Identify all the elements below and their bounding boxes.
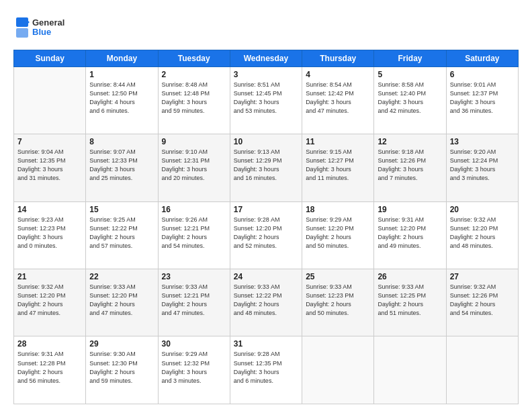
calendar-cell: 8Sunrise: 9:07 AMSunset: 12:33 PMDayligh…	[86, 134, 158, 201]
day-info: Sunrise: 9:28 AMSunset: 12:35 PMDaylight…	[234, 350, 298, 385]
calendar-table: SundayMondayTuesdayWednesdayThursdayFrid…	[13, 50, 519, 404]
day-info: Sunrise: 9:29 AMSunset: 12:32 PMDaylight…	[162, 350, 226, 385]
weekday-header-saturday: Saturday	[446, 50, 518, 66]
calendar-cell	[374, 336, 446, 404]
day-info: Sunrise: 9:10 AMSunset: 12:31 PMDaylight…	[162, 148, 226, 183]
calendar-cell	[302, 336, 374, 404]
day-number: 18	[306, 205, 370, 214]
day-number: 29	[89, 339, 154, 349]
calendar-cell: 5Sunrise: 8:58 AMSunset: 12:40 PMDayligh…	[374, 66, 446, 134]
header: General Blue	[13, 12, 519, 43]
day-info: Sunrise: 9:33 AMSunset: 12:22 PMDaylight…	[234, 283, 298, 318]
weekday-header-sunday: Sunday	[14, 50, 86, 66]
day-number: 25	[306, 272, 370, 281]
day-info: Sunrise: 8:48 AMSunset: 12:48 PMDaylight…	[162, 81, 226, 116]
day-number: 28	[17, 339, 82, 349]
calendar-cell: 23Sunrise: 9:33 AMSunset: 12:21 PMDaylig…	[158, 269, 230, 336]
calendar-cell	[446, 336, 518, 404]
weekday-header-wednesday: Wednesday	[230, 50, 302, 66]
calendar-cell: 7Sunrise: 9:04 AMSunset: 12:35 PMDayligh…	[14, 134, 86, 201]
day-info: Sunrise: 9:33 AMSunset: 12:21 PMDaylight…	[162, 283, 226, 318]
weekday-header-row: SundayMondayTuesdayWednesdayThursdayFrid…	[14, 50, 519, 66]
day-number: 14	[17, 205, 82, 214]
day-number: 24	[234, 272, 298, 281]
calendar-week-row: 7Sunrise: 9:04 AMSunset: 12:35 PMDayligh…	[14, 134, 519, 201]
svg-text:General: General	[32, 17, 64, 28]
day-info: Sunrise: 9:31 AMSunset: 12:20 PMDaylight…	[378, 216, 442, 250]
day-number: 26	[378, 272, 442, 281]
day-info: Sunrise: 9:32 AMSunset: 12:20 PMDaylight…	[450, 216, 515, 250]
day-number: 1	[89, 70, 154, 79]
calendar-cell: 30Sunrise: 9:29 AMSunset: 12:32 PMDaylig…	[158, 336, 230, 404]
day-number: 10	[234, 137, 298, 146]
day-number: 23	[162, 272, 226, 281]
calendar-cell: 3Sunrise: 8:51 AMSunset: 12:45 PMDayligh…	[230, 66, 302, 134]
logo-svg: General Blue	[13, 15, 74, 40]
day-number: 3	[234, 70, 298, 79]
calendar-cell: 16Sunrise: 9:26 AMSunset: 12:21 PMDaylig…	[158, 201, 230, 269]
calendar-cell: 24Sunrise: 9:33 AMSunset: 12:22 PMDaylig…	[230, 269, 302, 336]
day-number: 12	[378, 137, 442, 146]
day-info: Sunrise: 9:29 AMSunset: 12:20 PMDaylight…	[306, 216, 370, 250]
day-info: Sunrise: 9:18 AMSunset: 12:26 PMDaylight…	[378, 148, 442, 183]
calendar-cell: 29Sunrise: 9:30 AMSunset: 12:30 PMDaylig…	[86, 336, 158, 404]
day-info: Sunrise: 9:13 AMSunset: 12:29 PMDaylight…	[234, 148, 298, 183]
calendar-cell: 28Sunrise: 9:31 AMSunset: 12:28 PMDaylig…	[14, 336, 86, 404]
calendar-week-row: 1Sunrise: 8:44 AMSunset: 12:50 PMDayligh…	[14, 66, 519, 134]
weekday-header-friday: Friday	[374, 50, 446, 66]
calendar-cell: 13Sunrise: 9:20 AMSunset: 12:24 PMDaylig…	[446, 134, 518, 201]
calendar-cell: 2Sunrise: 8:48 AMSunset: 12:48 PMDayligh…	[158, 66, 230, 134]
day-info: Sunrise: 9:25 AMSunset: 12:22 PMDaylight…	[89, 216, 154, 250]
calendar-cell: 15Sunrise: 9:25 AMSunset: 12:22 PMDaylig…	[86, 201, 158, 269]
calendar-cell: 11Sunrise: 9:15 AMSunset: 12:27 PMDaylig…	[302, 134, 374, 201]
calendar-cell: 26Sunrise: 9:33 AMSunset: 12:25 PMDaylig…	[374, 269, 446, 336]
day-number: 15	[89, 205, 154, 214]
day-number: 4	[306, 70, 370, 79]
svg-rect-3	[16, 28, 28, 38]
calendar-cell: 22Sunrise: 9:33 AMSunset: 12:20 PMDaylig…	[86, 269, 158, 336]
calendar-cell: 10Sunrise: 9:13 AMSunset: 12:29 PMDaylig…	[230, 134, 302, 201]
day-number: 7	[17, 137, 82, 146]
calendar-cell: 25Sunrise: 9:33 AMSunset: 12:23 PMDaylig…	[302, 269, 374, 336]
day-number: 17	[234, 205, 298, 214]
day-number: 30	[162, 339, 226, 349]
logo: General Blue	[13, 15, 74, 43]
calendar-cell: 1Sunrise: 8:44 AMSunset: 12:50 PMDayligh…	[86, 66, 158, 134]
day-info: Sunrise: 9:33 AMSunset: 12:20 PMDaylight…	[89, 283, 154, 318]
day-info: Sunrise: 8:54 AMSunset: 12:42 PMDaylight…	[306, 81, 370, 116]
day-number: 8	[89, 137, 154, 146]
day-info: Sunrise: 9:07 AMSunset: 12:33 PMDaylight…	[89, 148, 154, 183]
day-number: 13	[450, 137, 515, 146]
day-number: 22	[89, 272, 154, 281]
day-info: Sunrise: 8:44 AMSunset: 12:50 PMDaylight…	[89, 81, 154, 116]
calendar-week-row: 28Sunrise: 9:31 AMSunset: 12:28 PMDaylig…	[14, 336, 519, 404]
day-info: Sunrise: 9:15 AMSunset: 12:27 PMDaylight…	[306, 148, 370, 183]
day-info: Sunrise: 9:01 AMSunset: 12:37 PMDaylight…	[450, 81, 515, 116]
day-info: Sunrise: 9:33 AMSunset: 12:25 PMDaylight…	[378, 283, 442, 318]
day-number: 19	[378, 205, 442, 214]
day-number: 27	[450, 272, 515, 281]
day-info: Sunrise: 9:30 AMSunset: 12:30 PMDaylight…	[89, 350, 154, 385]
calendar-cell: 6Sunrise: 9:01 AMSunset: 12:37 PMDayligh…	[446, 66, 518, 134]
calendar-week-row: 14Sunrise: 9:23 AMSunset: 12:23 PMDaylig…	[14, 201, 519, 269]
page: General Blue SundayMondayTuesdayWednesda…	[0, 0, 532, 411]
calendar-cell: 4Sunrise: 8:54 AMSunset: 12:42 PMDayligh…	[302, 66, 374, 134]
day-info: Sunrise: 9:20 AMSunset: 12:24 PMDaylight…	[450, 148, 515, 183]
day-number: 2	[162, 70, 226, 79]
calendar-cell	[14, 66, 86, 134]
day-info: Sunrise: 9:04 AMSunset: 12:35 PMDaylight…	[17, 148, 82, 183]
calendar-cell: 12Sunrise: 9:18 AMSunset: 12:26 PMDaylig…	[374, 134, 446, 201]
day-info: Sunrise: 9:32 AMSunset: 12:20 PMDaylight…	[17, 283, 82, 318]
calendar-cell: 31Sunrise: 9:28 AMSunset: 12:35 PMDaylig…	[230, 336, 302, 404]
day-info: Sunrise: 8:51 AMSunset: 12:45 PMDaylight…	[234, 81, 298, 116]
calendar-cell: 9Sunrise: 9:10 AMSunset: 12:31 PMDayligh…	[158, 134, 230, 201]
calendar-cell: 21Sunrise: 9:32 AMSunset: 12:20 PMDaylig…	[14, 269, 86, 336]
calendar-cell: 27Sunrise: 9:32 AMSunset: 12:26 PMDaylig…	[446, 269, 518, 336]
day-number: 20	[450, 205, 515, 214]
weekday-header-tuesday: Tuesday	[158, 50, 230, 66]
calendar-cell: 17Sunrise: 9:28 AMSunset: 12:20 PMDaylig…	[230, 201, 302, 269]
day-info: Sunrise: 9:31 AMSunset: 12:28 PMDaylight…	[17, 350, 82, 385]
svg-text:Blue: Blue	[32, 27, 51, 37]
day-number: 16	[162, 205, 226, 214]
day-info: Sunrise: 8:58 AMSunset: 12:40 PMDaylight…	[378, 81, 442, 116]
